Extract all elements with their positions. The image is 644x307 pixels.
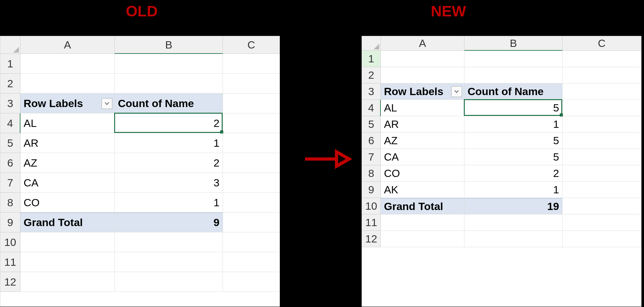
select-all-corner[interactable] [362, 36, 381, 51]
row-header-6[interactable]: 6 [0, 153, 20, 173]
pivot-header-count[interactable]: Count of Name [115, 94, 223, 113]
cell-A1[interactable] [381, 51, 464, 67]
cell-C11[interactable] [563, 214, 641, 231]
row-header-12[interactable]: 12 [362, 231, 381, 247]
row-header-9[interactable]: 9 [0, 213, 20, 232]
pivot-row-label[interactable]: AR [381, 116, 464, 133]
cell-B2[interactable] [115, 74, 223, 94]
pivot-row-value[interactable]: 1 [464, 116, 563, 133]
cell-C12[interactable] [563, 231, 641, 247]
row-header-4[interactable]: 4 [0, 113, 20, 133]
cell-C2[interactable] [223, 74, 280, 94]
pivot-header-count[interactable]: Count of Name [464, 83, 563, 100]
cell-C2[interactable] [563, 67, 641, 83]
row-header-3[interactable]: 3 [362, 83, 381, 100]
col-header-C[interactable]: C [223, 36, 280, 54]
pivot-row-value[interactable]: 2 [115, 153, 223, 173]
col-header-B[interactable]: B [115, 36, 223, 54]
pivot-row-value[interactable]: 5 [464, 133, 563, 149]
row-header-5[interactable]: 5 [0, 133, 20, 153]
cell-A10[interactable] [20, 232, 115, 252]
cell-C5[interactable] [563, 116, 641, 133]
pivot-row-label[interactable]: AL [381, 100, 464, 116]
cell-C11[interactable] [223, 252, 280, 272]
pivot-row-label[interactable]: CO [381, 165, 464, 182]
cell-B1[interactable] [115, 54, 223, 74]
pivot-filter-dropdown[interactable] [451, 86, 462, 97]
cell-C4[interactable] [223, 113, 280, 133]
row-header-4[interactable]: 4 [362, 100, 381, 116]
cell-C9[interactable] [223, 213, 280, 232]
pivot-row-label[interactable]: AK [381, 182, 464, 198]
cell-A2[interactable] [20, 74, 115, 94]
cell-C1[interactable] [563, 51, 641, 67]
cell-B12[interactable] [464, 231, 563, 247]
pivot-row-value[interactable]: 5 [464, 100, 563, 116]
cell-A11[interactable] [381, 214, 464, 231]
pivot-row-label[interactable]: AZ [20, 153, 115, 173]
row-header-10[interactable]: 10 [362, 198, 381, 214]
select-all-corner[interactable] [0, 36, 20, 54]
cell-C12[interactable] [223, 272, 280, 292]
cell-C1[interactable] [223, 54, 280, 74]
cell-A12[interactable] [20, 272, 115, 292]
pivot-row-label[interactable]: AZ [381, 133, 464, 149]
cell-C10[interactable] [563, 198, 641, 214]
cell-C9[interactable] [563, 182, 641, 198]
row-header-8[interactable]: 8 [0, 193, 20, 213]
pivot-row-label[interactable]: CO [20, 193, 115, 213]
pivot-grand-total-value[interactable]: 19 [464, 198, 563, 214]
row-header-2[interactable]: 2 [0, 74, 20, 94]
row-header-3[interactable]: 3 [0, 94, 20, 113]
row-header-10[interactable]: 10 [0, 232, 20, 252]
row-header-5[interactable]: 5 [362, 116, 381, 133]
row-header-7[interactable]: 7 [362, 149, 381, 165]
row-header-1[interactable]: 1 [362, 51, 381, 67]
cell-C6[interactable] [563, 133, 641, 149]
cell-B1[interactable] [464, 51, 563, 67]
cell-C8[interactable] [563, 165, 641, 182]
pivot-grand-total-label[interactable]: Grand Total [20, 213, 115, 232]
row-header-11[interactable]: 11 [362, 214, 381, 231]
cell-C7[interactable] [563, 149, 641, 165]
cell-A11[interactable] [20, 252, 115, 272]
col-header-B[interactable]: B [464, 36, 563, 51]
cell-C3[interactable] [223, 94, 280, 113]
cell-C10[interactable] [223, 232, 280, 252]
cell-B11[interactable] [115, 252, 223, 272]
cell-B10[interactable] [115, 232, 223, 252]
pivot-row-value[interactable]: 3 [115, 173, 223, 193]
pivot-row-value[interactable]: 1 [115, 133, 223, 153]
row-header-9[interactable]: 9 [362, 182, 381, 198]
cell-C8[interactable] [223, 193, 280, 213]
pivot-row-label[interactable]: CA [381, 149, 464, 165]
row-header-8[interactable]: 8 [362, 165, 381, 182]
row-header-6[interactable]: 6 [362, 133, 381, 149]
row-header-1[interactable]: 1 [0, 54, 20, 74]
pivot-row-value[interactable]: 2 [464, 165, 563, 182]
pivot-grand-total-label[interactable]: Grand Total [381, 198, 464, 214]
row-header-12[interactable]: 12 [0, 272, 20, 292]
cell-A2[interactable] [381, 67, 464, 83]
col-header-C[interactable]: C [563, 36, 641, 51]
cell-C5[interactable] [223, 133, 280, 153]
pivot-grand-total-value[interactable]: 9 [115, 213, 223, 232]
pivot-row-label[interactable]: AR [20, 133, 115, 153]
pivot-row-value[interactable]: 2 [115, 113, 223, 133]
cell-B12[interactable] [115, 272, 223, 292]
cell-A1[interactable] [20, 54, 115, 74]
row-header-7[interactable]: 7 [0, 173, 20, 193]
cell-C4[interactable] [563, 100, 641, 116]
pivot-row-value[interactable]: 1 [115, 193, 223, 213]
cell-B11[interactable] [464, 214, 563, 231]
row-header-11[interactable]: 11 [0, 252, 20, 272]
pivot-row-value[interactable]: 5 [464, 149, 563, 165]
cell-C7[interactable] [223, 173, 280, 193]
col-header-A[interactable]: A [381, 36, 464, 51]
pivot-row-value[interactable]: 1 [464, 182, 563, 198]
cell-B2[interactable] [464, 67, 563, 83]
pivot-row-label[interactable]: AL [20, 113, 115, 133]
row-header-2[interactable]: 2 [362, 67, 381, 83]
pivot-filter-dropdown[interactable] [102, 98, 112, 109]
cell-A12[interactable] [381, 231, 464, 247]
